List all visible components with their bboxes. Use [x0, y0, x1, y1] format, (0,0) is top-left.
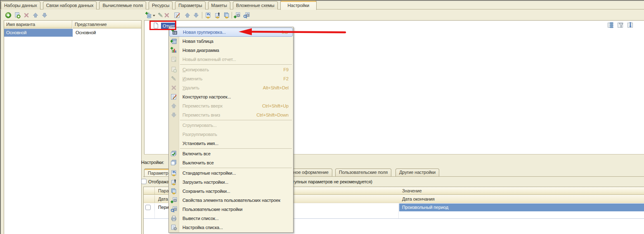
tab-active-7[interactable]: Настройки	[280, 0, 317, 10]
load-settings-icon[interactable]	[214, 12, 221, 19]
menu-item-label: Сохранить настройки...	[182, 189, 230, 194]
menu-item-19[interactable]: Стандартные настройки...	[169, 168, 293, 178]
copy-icon	[170, 66, 177, 73]
toolbar-separator	[232, 12, 232, 19]
parameters-column-header-value-label: Значение	[399, 187, 644, 194]
settings-caption: Настройки:	[141, 160, 164, 165]
menu-item-5[interactable]: СкопироватьF9	[169, 65, 293, 74]
load-settings-icon	[170, 179, 177, 185]
move-down-icon[interactable]	[193, 12, 199, 19]
save-settings-icon[interactable]	[223, 12, 230, 19]
window-left-edge	[0, 0, 1, 234]
tab-5[interactable]: Макеты	[208, 1, 230, 9]
save-settings-icon	[170, 188, 177, 194]
menu-separator	[180, 148, 292, 149]
menu-item-8[interactable]: Конструктор настроек...	[169, 92, 293, 101]
menu-item-25[interactable]: Настройка списка...	[169, 223, 293, 232]
menu-item-shortcut: Alt+Shift+Del	[263, 85, 293, 90]
schema-tab-bar: Наборы данныхСвязи наборов данныхВычисля…	[1, 0, 317, 9]
menu-item-label: Загрузить настройки...	[182, 180, 228, 185]
user-settings-icon[interactable]	[243, 12, 250, 19]
settings-tab-2[interactable]: Пользовательские поля	[335, 168, 391, 176]
parameter-value-cell[interactable]	[399, 211, 644, 218]
tab-6[interactable]: Вложенные схемы	[233, 1, 278, 9]
print-list-icon	[170, 215, 177, 222]
edit-icon[interactable]	[157, 12, 164, 19]
menu-item-12[interactable]: Сгруппировать...	[169, 121, 293, 130]
menu-item-6[interactable]: ИзменитьF2	[169, 74, 293, 83]
view-filter-icon[interactable]	[617, 22, 624, 28]
menu-item-shortcut: F9	[283, 67, 293, 72]
tab-1[interactable]: Связи наборов данных	[43, 1, 97, 9]
menu-item-7[interactable]: УдалитьAlt+Shift+Del	[169, 83, 293, 92]
accel-underline: С	[182, 67, 186, 72]
parameter-value-cell-selected[interactable]: Произвольный период	[399, 204, 644, 211]
menu-item-label: Пользовательские настройки	[182, 207, 242, 212]
tab-4[interactable]: Параметры	[175, 1, 205, 9]
menu-item-2[interactable]: Новая диаграмма	[169, 46, 293, 55]
parameters-column-header-value[interactable]: Значение	[399, 187, 644, 194]
menu-item-shortcut: F2	[283, 76, 293, 81]
add-icon[interactable]	[5, 12, 12, 19]
toolbar-separator	[202, 12, 202, 19]
menu-item-label: Настройка списка...	[182, 225, 223, 230]
variants-column-header-presentation[interactable]: Представление	[73, 21, 141, 28]
standard-settings-icon	[170, 170, 177, 176]
variant-name-cell[interactable]: Основной	[4, 29, 73, 37]
move-down-icon	[170, 112, 177, 118]
show-unavailable-params-checkbox[interactable]	[141, 179, 147, 184]
enable-all-icon	[170, 150, 177, 157]
variants-table-row[interactable]: Основной Основной	[4, 29, 141, 37]
menu-item-16[interactable]: Включить все	[169, 149, 293, 158]
user-settings-properties-icon[interactable]	[234, 12, 240, 19]
menu-item-10[interactable]: Переместить внизCtrl+Shift+Down	[169, 110, 293, 119]
variants-column-header-name[interactable]: Имя варианта	[4, 21, 72, 28]
add-element-icon[interactable]	[145, 12, 152, 19]
view-structure-icon[interactable]	[607, 22, 614, 28]
menu-item-label: Выключить все	[182, 160, 214, 165]
menu-item-14[interactable]: Установить имя...	[169, 139, 293, 148]
menu-item-20[interactable]: Загрузить настройки...	[169, 178, 293, 187]
delete-icon[interactable]	[23, 12, 30, 19]
menu-item-1[interactable]: Новая таблица	[169, 37, 293, 46]
menu-separator	[180, 120, 292, 120]
variants-table[interactable]: Имя варианта Представление Основной Осно…	[4, 20, 142, 234]
menu-item-21[interactable]: Сохранить настройки...	[169, 187, 293, 196]
parameter-use-checkbox[interactable]	[145, 205, 151, 210]
variant-presentation-cell[interactable]: Основной	[73, 29, 141, 37]
variants-column-header-name-label: Имя варианта	[4, 21, 72, 28]
annotation-highlight-box	[149, 21, 176, 30]
tab-0[interactable]: Наборы данных	[1, 1, 40, 9]
delete-icon[interactable]	[163, 12, 170, 19]
parameter-value-cell[interactable]: Дата окончания	[399, 195, 644, 203]
settings-tab-3[interactable]: Другие настройки	[395, 168, 439, 176]
menu-item-17[interactable]: Выключить все	[169, 158, 293, 167]
settings-wizard-icon[interactable]	[174, 12, 180, 19]
add-copy-icon[interactable]	[14, 12, 21, 19]
parameter-row-gutter	[144, 195, 155, 203]
tab-2[interactable]: Вычисляемые поля	[99, 1, 146, 9]
menu-item-3[interactable]: Новый вложенный отчет...	[169, 55, 293, 64]
menu-item-24[interactable]: Вывести список...	[169, 214, 293, 223]
move-up-icon[interactable]	[184, 12, 191, 19]
standard-settings-icon[interactable]	[205, 12, 211, 19]
tab-3[interactable]: Ресурсы	[149, 1, 173, 9]
menu-item-23[interactable]: Пользовательские настройки	[169, 205, 293, 214]
menu-item-9[interactable]: Переместить вверхCtrl+Shift+Up	[169, 101, 293, 110]
menu-item-label: Свойства элемента пользовательских настр…	[182, 198, 280, 203]
menu-item-22[interactable]: Свойства элемента пользовательских настр…	[169, 196, 293, 205]
menu-separator	[180, 168, 292, 168]
menu-item-13[interactable]: Разгруппировать	[169, 130, 293, 139]
move-up-icon[interactable]	[32, 12, 39, 19]
accel-underline: И	[182, 76, 186, 81]
new-nested-report-icon	[170, 56, 177, 63]
context-menu: Новая группировка...InsНовая таблицаНова…	[168, 27, 294, 233]
menu-item-label: Переместить вниз	[182, 112, 220, 117]
structure-view-toggles	[607, 22, 640, 28]
move-down-icon[interactable]	[41, 12, 48, 19]
settings-wizard-icon	[170, 94, 177, 100]
menu-item-label: Новая группировка...	[183, 30, 226, 35]
delete-icon	[170, 84, 177, 91]
add-dropdown-arrow-icon[interactable]	[153, 15, 155, 16]
view-order-icon[interactable]	[627, 22, 634, 28]
